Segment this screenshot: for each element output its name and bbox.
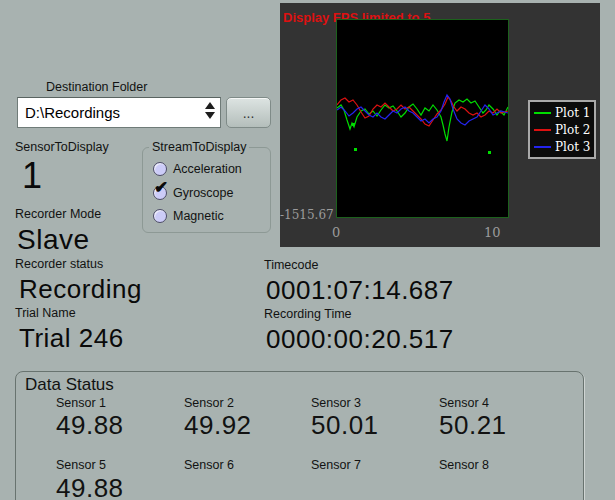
legend-row-plot3[interactable]: Plot 3	[534, 140, 590, 154]
spin-down-icon[interactable]	[205, 112, 215, 119]
trial-name-label: Trial Name	[15, 306, 76, 320]
timecode-value: 0001:07:14.687	[266, 275, 454, 306]
recorder-status-value: Recording	[19, 274, 142, 305]
recorder-mode-value: Slave	[17, 224, 90, 256]
radio-checkmark-icon: ✔	[154, 179, 168, 196]
radio-acceleration[interactable]: ✔ Acceleration	[153, 161, 242, 176]
destination-folder-input[interactable]: D:\Recordings	[17, 97, 221, 128]
plot3-line-icon	[534, 146, 551, 148]
recording-time-label: Recording Time	[264, 307, 352, 321]
sensor7-label: Sensor 7	[311, 458, 361, 472]
radio-circle-icon[interactable]	[153, 209, 167, 223]
sensor4-value: 50.21	[439, 410, 507, 441]
legend-row-plot1[interactable]: Plot 1	[534, 106, 590, 120]
legend-row-plot2[interactable]: Plot 2	[534, 123, 590, 137]
x-axis-tick-0: 0	[332, 225, 340, 240]
timecode-label: Timecode	[264, 258, 318, 272]
sensor5-value: 49.88	[56, 473, 124, 500]
sensor3-label: Sensor 3	[311, 396, 361, 410]
recorder-mode-label: Recorder Mode	[15, 207, 101, 221]
trial-name-value: Trial 246	[19, 323, 124, 354]
stream-to-display-title: StreamToDisplay	[149, 140, 249, 154]
recorder-status-label: Recorder status	[15, 257, 103, 271]
stream-to-display-group: StreamToDisplay ✔ Acceleration ✔ Gyrosco…	[142, 147, 271, 233]
sensor-to-display-value: 1	[22, 155, 43, 197]
radio-gyroscope[interactable]: ✔ Gyroscope	[153, 185, 233, 200]
destination-folder-label: Destination Folder	[46, 80, 147, 94]
sensor1-label: Sensor 1	[56, 396, 106, 410]
radio-magnetic-label: Magnetic	[173, 209, 224, 223]
sensor8-label: Sensor 8	[439, 458, 489, 472]
plot2-line-icon	[534, 129, 551, 131]
destination-folder-value: D:\Recordings	[18, 104, 120, 121]
waveform-svg	[337, 20, 508, 217]
folder-spinner[interactable]	[205, 102, 215, 119]
recording-time-value: 0000:00:20.517	[266, 324, 454, 355]
legend-label-plot3: Plot 3	[555, 140, 590, 154]
plot-legend[interactable]: Plot 1 Plot 2 Plot 3	[528, 100, 596, 159]
plot1-line-icon	[534, 112, 551, 114]
radio-acceleration-label: Acceleration	[173, 162, 242, 176]
sensor-to-display-label: SensorToDisplay	[15, 140, 109, 154]
spin-up-icon[interactable]	[205, 102, 215, 109]
sensor5-label: Sensor 5	[56, 458, 106, 472]
sensor3-value: 50.01	[311, 410, 379, 441]
radio-circle-icon[interactable]	[153, 162, 167, 176]
y-axis-min-label: -1515.67	[280, 208, 332, 222]
browse-button[interactable]: ...	[226, 97, 271, 128]
data-status-title: Data Status	[25, 375, 114, 395]
sensor2-label: Sensor 2	[184, 396, 234, 410]
sensor2-value: 49.92	[184, 410, 252, 441]
waveform-chart-panel: Display FPS limited to 5 -1515.67 0 10 P…	[280, 3, 600, 247]
recorder-front-panel: Destination Folder D:\Recordings ... Sen…	[0, 0, 615, 500]
legend-label-plot2: Plot 2	[555, 123, 590, 137]
data-status-group: Data Status Sensor 1 49.88 Sensor 2 49.9…	[15, 371, 584, 500]
sensor1-value: 49.88	[56, 410, 124, 441]
waveform-plot-area[interactable]	[336, 19, 509, 218]
sensor6-label: Sensor 6	[184, 458, 234, 472]
sensor4-label: Sensor 4	[439, 396, 489, 410]
radio-gyroscope-label: Gyroscope	[173, 186, 233, 200]
legend-label-plot1: Plot 1	[555, 106, 590, 120]
x-axis-tick-10: 10	[484, 225, 501, 240]
radio-magnetic[interactable]: ✔ Magnetic	[153, 208, 224, 223]
